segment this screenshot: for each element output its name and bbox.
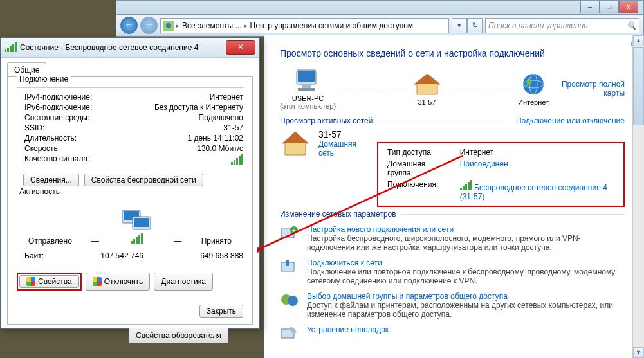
kv-key: Скорость: [24,144,197,153]
troubleshoot-item[interactable]: Устранение неполадок [280,325,625,342]
vertical-scrollbar[interactable]: ▲ ▼ [632,35,644,358]
homegroup-icon [280,292,299,309]
details-button[interactable]: Сведения... [23,174,79,186]
full-map-link[interactable]: Просмотр полной карты [562,80,625,98]
nav-forward-button[interactable]: → [140,17,158,34]
wifi-properties-button[interactable]: Свойства беспроводной сети [84,174,203,186]
dialog-close-button[interactable]: ✕ [226,40,255,55]
search-icon: 🔍 [627,21,636,30]
signal-quality-icon [231,154,243,166]
scroll-up-button[interactable]: ▲ [633,35,644,46]
item-desc: Доступ к файлам и принтерам, расположенн… [307,301,625,319]
homegroup-item[interactable]: Выбор домашней группы и параметров общег… [280,292,625,319]
item-title: Подключиться к сети [307,258,625,267]
homegroup-link[interactable]: Присоединен [460,159,508,168]
map-pc-sub: (этот компьютер) [280,102,336,110]
search-placeholder: Поиск в панели управления [488,21,588,30]
kv-key: Состояние среды: [24,113,199,122]
map-router-name: 31-57 [412,98,443,106]
scroll-down-button[interactable]: ▼ [633,347,644,358]
svg-marker-7 [414,74,440,84]
chevron-right-icon[interactable]: ▸ [244,22,248,29]
connect-disconnect-link[interactable]: Подключение или отключение [516,116,625,125]
breadcrumb-item[interactable]: Все элементы ... [182,21,242,30]
dialog-title: Состояние - Беспроводное сетевое соедине… [20,43,198,52]
bytes-received: 649 658 888 [163,251,243,260]
address-toolbar: ← → ▸ Все элементы ... ▸ Центр управлени… [116,14,644,37]
svg-rect-17 [286,260,289,266]
item-desc: Подключение или повторное подключение к … [307,267,625,285]
svg-point-19 [288,296,298,306]
page-title: Просмотр основных сведений о сети и наст… [280,48,625,58]
properties-button[interactable]: Свойства [19,275,79,288]
activity-group-label: Активность [17,187,62,196]
connect-network-item[interactable]: Подключиться к сети Подключение или повт… [280,258,625,285]
map-node-pc: USER-PC (этот компьютер) [280,67,336,110]
kv-key: IPv4-подключение: [24,93,210,102]
kv-key: Качество сигнала: [24,154,231,166]
map-connector [448,89,513,89]
search-input[interactable]: Поиск в панели управления 🔍 [485,18,639,33]
bytes-label: Байт: [24,251,63,260]
wizard-icon: + [280,225,299,242]
connect-icon [280,258,299,275]
access-type-value: Интернет [456,147,618,157]
properties-highlight: Свойства [17,273,82,291]
parent-window-chrome: – ▭ x [116,0,644,15]
house-icon [412,71,443,97]
svg-rect-4 [302,85,311,88]
chevron-right-icon[interactable]: ▸ [176,22,179,29]
stray-window-title[interactable]: Свойства обозревателя [129,328,228,343]
minimize-button[interactable]: – [580,1,600,13]
house-icon [280,129,311,157]
disable-button[interactable]: Отключить [86,273,151,291]
map-connector [341,89,406,89]
close-button[interactable]: x [619,1,638,13]
shield-icon [93,277,102,286]
kv-val: 130.0 Мбит/c [197,144,243,153]
diagnose-button[interactable]: Диагностика [154,273,213,291]
wifi-status-dialog: Состояние - Беспроводное сетевое соедине… [0,37,260,329]
scroll-thumb[interactable] [633,47,644,125]
item-title: Устранение неполадок [307,325,389,334]
control-panel-icon [163,21,174,31]
kv-key: IPv6-подключение: [24,103,154,112]
active-network-row: 31-57 Домашняя сеть Тип доступа: Интерне… [280,129,625,194]
svg-point-1 [166,23,171,28]
refresh-button[interactable]: ↻ [467,18,483,33]
nav-back-button[interactable]: ← [120,17,138,34]
history-dropdown-button[interactable]: ▾ [452,18,467,33]
svg-rect-24 [134,218,149,227]
network-type-link[interactable]: Домашняя сеть [318,139,356,157]
access-type-label: Тип доступа: [383,147,455,157]
kv-val: 31-57 [223,123,243,132]
maximize-button[interactable]: ▭ [600,1,619,13]
sent-label: Отправлено [28,237,72,246]
kv-key: SSID: [24,123,223,132]
svg-rect-3 [298,71,315,82]
map-pc-name: USER-PC [280,94,336,102]
dialog-titlebar[interactable]: Состояние - Беспроводное сетевое соедине… [1,38,259,58]
item-title: Настройка нового подключения или сети [307,225,625,234]
svg-marker-12 [282,132,308,143]
breadcrumb[interactable]: ▸ Все элементы ... ▸ Центр управления се… [160,18,449,33]
window-controls: – ▭ x [580,1,638,13]
kv-val: Подключено [199,113,243,122]
tab-strip: Общие [1,58,259,76]
kv-val: 1 день 14:11:02 [187,134,243,143]
bytes-sent: 107 542 746 [63,251,163,260]
map-node-internet: Интернет [518,71,549,106]
close-dialog-button[interactable]: Закрыть [199,305,243,318]
shield-icon [26,277,35,286]
map-internet-label: Интернет [518,98,549,106]
signal-icon [460,180,472,190]
setup-new-connection-item[interactable]: + Настройка нового подключения или сети … [280,225,625,252]
svg-text:+: + [292,227,296,234]
homegroup-label: Домашняя группа: [383,159,455,178]
network-name: 31-57 [318,129,369,139]
globe-icon [518,71,549,97]
connection-link[interactable]: Беспроводное сетевое соединение 4 (31-57… [460,183,607,201]
connections-label: Подключения: [383,179,455,202]
kv-val: Интернет [210,93,243,102]
breadcrumb-item[interactable]: Центр управления сетями и общим доступом [250,21,414,30]
